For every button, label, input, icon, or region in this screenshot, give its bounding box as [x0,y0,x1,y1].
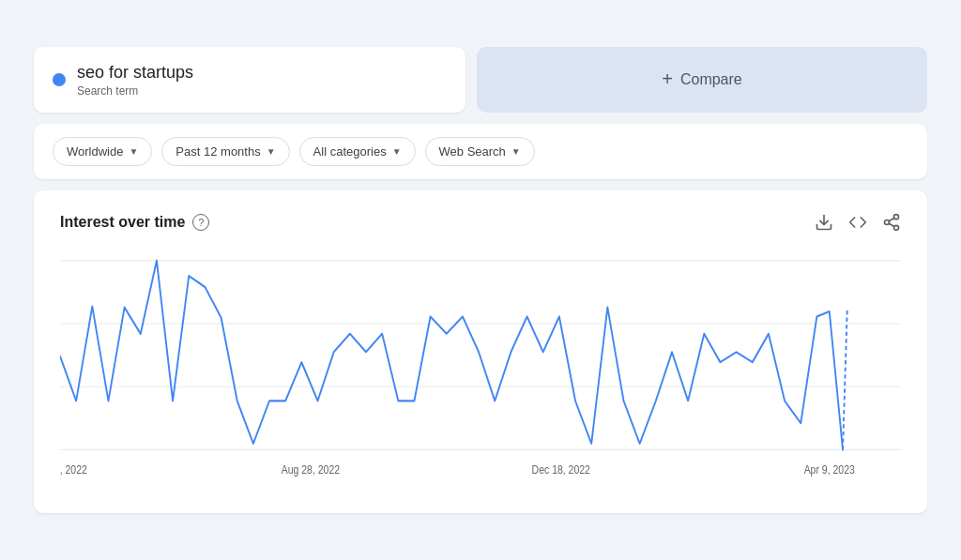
search-term-name: seo for startups [77,62,193,83]
filter-search-type[interactable]: Web Search ▼ [425,137,535,166]
filter-search-type-label: Web Search [439,144,506,159]
embed-icon[interactable] [848,213,867,232]
download-icon[interactable] [815,213,833,232]
svg-line-14 [843,307,847,449]
chart-area: 100 75 50 25 May 8, 2022 Aug 28, 2022 De… [60,250,901,494]
help-icon[interactable]: ? [192,214,209,231]
share-icon[interactable] [882,213,901,232]
chevron-down-icon: ▼ [392,146,402,157]
search-dot [53,73,66,86]
filter-time-label: Past 12 months [175,144,260,159]
top-row: seo for startups Search term + Compare [34,47,927,112]
compare-label: Compare [680,71,742,88]
svg-text:Apr 9, 2023: Apr 9, 2023 [804,463,855,476]
main-container: seo for startups Search term + Compare W… [19,32,942,527]
svg-line-4 [889,223,894,226]
filter-row: Worldwide ▼ Past 12 months ▼ All categor… [34,124,927,179]
chart-header: Interest over time ? [60,213,901,232]
svg-text:May 8, 2022: May 8, 2022 [60,463,87,476]
svg-line-5 [889,218,894,220]
chart-actions [815,213,901,232]
chart-title-group: Interest over time ? [60,214,209,231]
search-term-label: Search term [77,84,193,98]
search-term-card: seo for startups Search term [34,47,465,112]
compare-plus-icon: + [662,68,673,90]
chart-svg: 100 75 50 25 May 8, 2022 Aug 28, 2022 De… [60,250,901,494]
chart-title: Interest over time [60,214,185,231]
chevron-down-icon: ▼ [511,146,521,157]
filter-time[interactable]: Past 12 months ▼ [161,137,289,166]
filter-category[interactable]: All categories ▼ [299,137,416,166]
chart-card: Interest over time ? [34,190,927,513]
chevron-down-icon: ▼ [267,146,276,157]
svg-text:Dec 18, 2022: Dec 18, 2022 [532,463,590,476]
filter-worldwide[interactable]: Worldwide ▼ [53,137,152,166]
filter-worldwide-label: Worldwide [67,144,123,159]
search-term-text: seo for startups Search term [77,62,193,97]
compare-card[interactable]: + Compare [477,47,927,112]
filter-category-label: All categories [313,144,387,159]
chevron-down-icon: ▼ [129,146,138,157]
svg-text:Aug 28, 2022: Aug 28, 2022 [282,463,340,476]
